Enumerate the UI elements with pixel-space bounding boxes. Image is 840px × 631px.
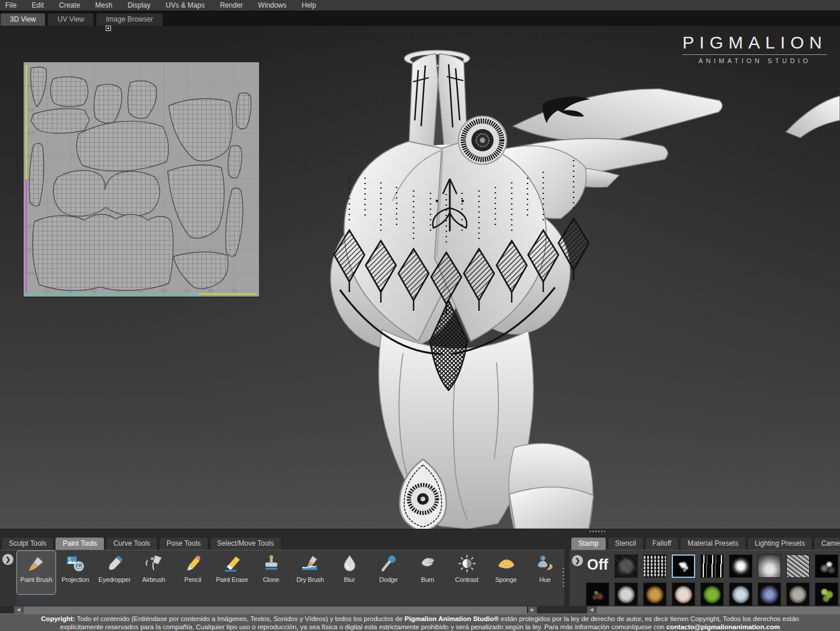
tab-material-presets[interactable]: Material Presets: [680, 537, 746, 550]
menu-create[interactable]: Create: [51, 1, 88, 9]
tool-blur[interactable]: Blur: [330, 551, 369, 594]
tab-image-browser[interactable]: Image Browser: [96, 13, 163, 26]
splitter-handle[interactable]: [106, 26, 111, 31]
svg-text:0.6: 0.6: [161, 289, 167, 293]
tab-sculpt-tools[interactable]: Sculpt Tools: [1, 537, 54, 550]
tab-pose-tools[interactable]: Pose Tools: [159, 537, 208, 550]
panel-drag-handle[interactable]: [589, 530, 605, 533]
svg-text:0.7: 0.7: [185, 289, 190, 293]
studio-logo: PIGMALION ANIMATION STUDIO: [682, 33, 827, 64]
stamp-green-moss[interactable]: [700, 583, 724, 606]
tab-3d-view[interactable]: 3D View: [0, 13, 46, 26]
tool-dodge[interactable]: Dodge: [369, 551, 408, 594]
tab-curve-tools[interactable]: Curve Tools: [106, 537, 158, 550]
menu-file[interactable]: File: [0, 1, 24, 9]
stamp-blue-rocks[interactable]: [758, 583, 781, 606]
stamp-woven-grid[interactable]: [643, 554, 667, 578]
tool-label: Eyedropper: [99, 576, 131, 583]
stamp-pink-moss[interactable]: [672, 583, 695, 606]
preset-tab-bar: Stamp Stencil Falloff Material Presets L…: [571, 537, 840, 550]
stamps-scrollbar[interactable]: ◀: [587, 606, 840, 614]
tool-airbrush[interactable]: Airbrush: [134, 551, 173, 594]
menu-help[interactable]: Help: [294, 1, 324, 9]
scroll-left-button[interactable]: ◀: [14, 606, 23, 613]
stamp-light-rocks[interactable]: [729, 583, 752, 606]
tab-lighting-presets[interactable]: Lighting Presets: [747, 537, 813, 550]
3d-viewport[interactable]: 0.10.2 0.30.4 0.50.6 0.70.8 0.9 0.10.2 0…: [0, 26, 840, 529]
tool-hue[interactable]: Hue: [526, 551, 564, 594]
scrollbar-thumb[interactable]: [23, 606, 527, 613]
tab-uv-view[interactable]: UV View: [47, 13, 94, 26]
tool-burn[interactable]: Burn: [408, 551, 447, 594]
tool-label: Airbrush: [142, 576, 165, 583]
scroll-right-button[interactable]: ▶: [528, 606, 537, 613]
svg-text:0.9: 0.9: [28, 84, 34, 88]
tool-dry-brush[interactable]: Dry Brush: [291, 551, 329, 594]
paint-brush-icon: [27, 554, 46, 573]
scrollbar-thumb[interactable]: [596, 606, 840, 613]
tool-pencil[interactable]: Pencil: [173, 551, 212, 594]
stamp-dark-wisps[interactable]: [815, 554, 838, 578]
stamp-dry-leaves[interactable]: [643, 583, 667, 606]
menu-edit[interactable]: Edit: [24, 1, 51, 9]
svg-text:0.2: 0.2: [28, 248, 34, 252]
scroll-left-button[interactable]: ◀: [587, 606, 596, 613]
tool-label: Paint Erase: [216, 576, 248, 583]
sponge-icon: [497, 554, 516, 573]
tab-stencil[interactable]: Stencil: [608, 537, 644, 550]
expand-tools-button[interactable]: [2, 554, 13, 565]
stamp-dense-noise[interactable]: [786, 554, 810, 578]
tool-label: Clone: [263, 576, 279, 583]
stamp-cloud-blob[interactable]: [729, 554, 752, 578]
stamp-soft-rock[interactable]: [758, 554, 781, 578]
svg-text:0.5: 0.5: [138, 289, 144, 293]
uv-layout-image: 0.10.2 0.30.4 0.50.6 0.70.8 0.9 0.10.2 0…: [23, 62, 259, 297]
blur-icon: [340, 554, 359, 573]
stamp-noise-speckle[interactable]: [615, 554, 638, 578]
tool-label: Contrast: [455, 576, 478, 583]
stamp-vertical-streaks[interactable]: [700, 554, 724, 578]
view-tab-bar: 3D View UV View Image Browser: [0, 11, 840, 26]
tool-clone[interactable]: Clone: [252, 551, 290, 594]
tool-label: Dodge: [379, 576, 397, 583]
menu-windows[interactable]: Windows: [251, 1, 294, 9]
svg-text:0.8: 0.8: [28, 108, 34, 112]
tab-paint-tools[interactable]: Paint Tools: [55, 537, 104, 550]
svg-text:0.2: 0.2: [68, 289, 74, 293]
tool-contrast[interactable]: Contrast: [447, 551, 486, 594]
tab-falloff[interactable]: Falloff: [645, 537, 679, 550]
menu-uvs-maps[interactable]: UVs & Maps: [158, 1, 213, 9]
svg-text:0.7: 0.7: [28, 131, 34, 135]
stamp-panel: Off: [570, 550, 840, 606]
stamp-gray-lichen[interactable]: [615, 583, 638, 606]
menu-mesh[interactable]: Mesh: [88, 1, 120, 9]
stamp-splatter-selected[interactable]: [672, 554, 695, 578]
menu-display[interactable]: Display: [120, 1, 158, 9]
stamp-maple-leaves[interactable]: [815, 583, 838, 606]
svg-text:0.6: 0.6: [28, 154, 34, 158]
clone-icon: [262, 554, 281, 573]
tab-select-move-tools[interactable]: Select/Move Tools: [210, 537, 282, 550]
stamp-gray-gravel[interactable]: [786, 583, 810, 606]
hue-icon: [536, 554, 555, 573]
tool-sponge[interactable]: Sponge: [487, 551, 525, 594]
burn-icon: [418, 554, 438, 573]
tool-eyedropper[interactable]: Eyedropper: [95, 551, 134, 594]
dodge-icon: [379, 554, 398, 573]
menu-bar: File Edit Create Mesh Display UVs & Maps…: [0, 0, 840, 11]
svg-text:0.3: 0.3: [91, 289, 97, 293]
tool-projection[interactable]: Projection: [56, 551, 95, 594]
svg-text:0.4: 0.4: [114, 289, 120, 293]
tool-label: Hue: [539, 576, 551, 583]
tool-paint-erase[interactable]: Paint Erase: [213, 551, 251, 594]
tools-scrollbar[interactable]: ◀ ▶: [14, 606, 563, 614]
tab-stamp[interactable]: Stamp: [571, 537, 606, 550]
tool-label: Paint Brush: [20, 576, 53, 583]
stamp-dark-leaves[interactable]: [586, 583, 609, 606]
tool-paint-brush[interactable]: Paint Brush: [17, 551, 55, 594]
application-window: { "menu_bar": {"items": ["File","Edit","…: [0, 0, 840, 631]
stamp-off-button[interactable]: Off: [587, 556, 608, 573]
menu-render[interactable]: Render: [212, 1, 250, 9]
tab-camera-bookmarks[interactable]: Camera Book: [814, 537, 840, 550]
expand-stamps-button[interactable]: [572, 555, 583, 566]
